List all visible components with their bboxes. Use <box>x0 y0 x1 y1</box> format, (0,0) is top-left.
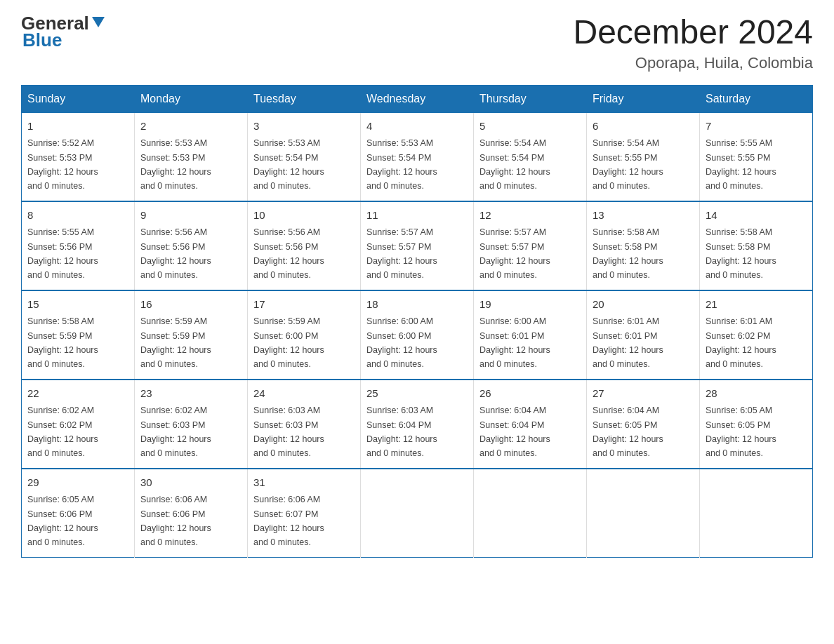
calendar-cell: 18 Sunrise: 6:00 AMSunset: 6:00 PMDaylig… <box>361 290 474 380</box>
day-number: 26 <box>479 386 581 402</box>
calendar-week-4: 22 Sunrise: 6:02 AMSunset: 6:02 PMDaylig… <box>22 380 813 469</box>
day-info: Sunrise: 5:55 AMSunset: 5:56 PMDaylight:… <box>27 227 98 280</box>
calendar-cell <box>587 469 700 558</box>
calendar-week-1: 1 Sunrise: 5:52 AMSunset: 5:53 PMDayligh… <box>22 112 813 201</box>
day-number: 10 <box>253 208 355 224</box>
day-info: Sunrise: 5:58 AMSunset: 5:59 PMDaylight:… <box>27 316 98 369</box>
day-number: 16 <box>140 297 241 313</box>
day-number: 3 <box>253 119 355 135</box>
day-info: Sunrise: 6:01 AMSunset: 6:02 PMDaylight:… <box>706 316 776 369</box>
calendar-cell: 27 Sunrise: 6:04 AMSunset: 6:05 PMDaylig… <box>587 380 700 469</box>
location-title: Oporapa, Huila, Colombia <box>573 54 813 72</box>
calendar-cell: 24 Sunrise: 6:03 AMSunset: 6:03 PMDaylig… <box>248 380 361 469</box>
logo: General Blue <box>21 14 105 49</box>
weekday-header-friday: Friday <box>587 85 700 112</box>
day-info: Sunrise: 5:56 AMSunset: 5:56 PMDaylight:… <box>140 227 211 280</box>
calendar-cell: 22 Sunrise: 6:02 AMSunset: 6:02 PMDaylig… <box>22 380 135 469</box>
day-number: 30 <box>140 475 241 491</box>
day-number: 7 <box>706 119 807 135</box>
weekday-header-wednesday: Wednesday <box>361 85 474 112</box>
day-info: Sunrise: 6:06 AMSunset: 6:07 PMDaylight:… <box>253 495 324 547</box>
calendar-cell: 12 Sunrise: 5:57 AMSunset: 5:57 PMDaylig… <box>474 201 587 290</box>
day-info: Sunrise: 5:55 AMSunset: 5:55 PMDaylight:… <box>706 138 776 191</box>
day-info: Sunrise: 5:53 AMSunset: 5:54 PMDaylight:… <box>366 138 437 191</box>
logo-triangle-icon <box>92 17 105 27</box>
calendar-cell: 13 Sunrise: 5:58 AMSunset: 5:58 PMDaylig… <box>587 201 700 290</box>
day-info: Sunrise: 5:58 AMSunset: 5:58 PMDaylight:… <box>593 227 663 280</box>
day-info: Sunrise: 6:02 AMSunset: 6:02 PMDaylight:… <box>27 405 98 458</box>
day-info: Sunrise: 5:59 AMSunset: 6:00 PMDaylight:… <box>253 316 324 369</box>
calendar-cell: 30 Sunrise: 6:06 AMSunset: 6:06 PMDaylig… <box>135 469 248 558</box>
day-number: 15 <box>27 297 128 313</box>
day-info: Sunrise: 6:03 AMSunset: 6:03 PMDaylight:… <box>253 405 324 458</box>
day-info: Sunrise: 5:54 AMSunset: 5:54 PMDaylight:… <box>479 138 550 191</box>
day-info: Sunrise: 6:04 AMSunset: 6:04 PMDaylight:… <box>479 405 550 458</box>
logo-blue-text: Blue <box>21 31 62 49</box>
day-info: Sunrise: 5:56 AMSunset: 5:56 PMDaylight:… <box>253 227 324 280</box>
day-number: 27 <box>593 386 694 402</box>
calendar-cell: 14 Sunrise: 5:58 AMSunset: 5:58 PMDaylig… <box>700 201 813 290</box>
day-info: Sunrise: 5:53 AMSunset: 5:54 PMDaylight:… <box>253 138 324 191</box>
day-info: Sunrise: 6:05 AMSunset: 6:05 PMDaylight:… <box>706 405 776 458</box>
calendar-cell: 16 Sunrise: 5:59 AMSunset: 5:59 PMDaylig… <box>135 290 248 380</box>
day-info: Sunrise: 5:59 AMSunset: 5:59 PMDaylight:… <box>140 316 211 369</box>
day-number: 19 <box>479 297 581 313</box>
weekday-header-tuesday: Tuesday <box>248 85 361 112</box>
calendar-cell: 4 Sunrise: 5:53 AMSunset: 5:54 PMDayligh… <box>361 112 474 201</box>
calendar-cell: 23 Sunrise: 6:02 AMSunset: 6:03 PMDaylig… <box>135 380 248 469</box>
calendar-cell: 3 Sunrise: 5:53 AMSunset: 5:54 PMDayligh… <box>248 112 361 201</box>
calendar-cell: 21 Sunrise: 6:01 AMSunset: 6:02 PMDaylig… <box>700 290 813 380</box>
calendar-week-2: 8 Sunrise: 5:55 AMSunset: 5:56 PMDayligh… <box>22 201 813 290</box>
calendar-cell: 15 Sunrise: 5:58 AMSunset: 5:59 PMDaylig… <box>22 290 135 380</box>
day-number: 2 <box>140 119 241 135</box>
day-number: 14 <box>706 208 807 224</box>
day-info: Sunrise: 5:53 AMSunset: 5:53 PMDaylight:… <box>140 138 211 191</box>
calendar-cell <box>700 469 813 558</box>
calendar-cell <box>474 469 587 558</box>
day-number: 23 <box>140 386 241 402</box>
weekday-header-saturday: Saturday <box>700 85 813 112</box>
day-number: 11 <box>366 208 468 224</box>
day-info: Sunrise: 6:01 AMSunset: 6:01 PMDaylight:… <box>593 316 663 369</box>
day-info: Sunrise: 6:05 AMSunset: 6:06 PMDaylight:… <box>27 495 98 547</box>
calendar-cell: 17 Sunrise: 5:59 AMSunset: 6:00 PMDaylig… <box>248 290 361 380</box>
day-number: 5 <box>479 119 581 135</box>
title-area: December 2024 Oporapa, Huila, Colombia <box>573 14 813 72</box>
calendar-cell: 31 Sunrise: 6:06 AMSunset: 6:07 PMDaylig… <box>248 469 361 558</box>
day-number: 22 <box>27 386 128 402</box>
day-info: Sunrise: 5:52 AMSunset: 5:53 PMDaylight:… <box>27 138 98 191</box>
day-number: 24 <box>253 386 355 402</box>
day-number: 12 <box>479 208 581 224</box>
day-number: 1 <box>27 119 128 135</box>
day-info: Sunrise: 6:04 AMSunset: 6:05 PMDaylight:… <box>593 405 663 458</box>
day-info: Sunrise: 6:02 AMSunset: 6:03 PMDaylight:… <box>140 405 211 458</box>
calendar-cell: 28 Sunrise: 6:05 AMSunset: 6:05 PMDaylig… <box>700 380 813 469</box>
day-number: 20 <box>593 297 694 313</box>
calendar-week-5: 29 Sunrise: 6:05 AMSunset: 6:06 PMDaylig… <box>22 469 813 558</box>
calendar-cell: 9 Sunrise: 5:56 AMSunset: 5:56 PMDayligh… <box>135 201 248 290</box>
calendar-cell: 10 Sunrise: 5:56 AMSunset: 5:56 PMDaylig… <box>248 201 361 290</box>
day-number: 29 <box>27 475 128 491</box>
day-number: 25 <box>366 386 468 402</box>
day-info: Sunrise: 6:03 AMSunset: 6:04 PMDaylight:… <box>366 405 437 458</box>
day-number: 9 <box>140 208 241 224</box>
calendar-cell: 25 Sunrise: 6:03 AMSunset: 6:04 PMDaylig… <box>361 380 474 469</box>
calendar-week-3: 15 Sunrise: 5:58 AMSunset: 5:59 PMDaylig… <box>22 290 813 380</box>
calendar-cell <box>361 469 474 558</box>
weekday-header-monday: Monday <box>135 85 248 112</box>
day-info: Sunrise: 5:58 AMSunset: 5:58 PMDaylight:… <box>706 227 776 280</box>
calendar-cell: 6 Sunrise: 5:54 AMSunset: 5:55 PMDayligh… <box>587 112 700 201</box>
day-number: 8 <box>27 208 128 224</box>
day-number: 6 <box>593 119 694 135</box>
calendar-cell: 11 Sunrise: 5:57 AMSunset: 5:57 PMDaylig… <box>361 201 474 290</box>
day-number: 4 <box>366 119 468 135</box>
day-info: Sunrise: 6:00 AMSunset: 6:00 PMDaylight:… <box>366 316 437 369</box>
day-number: 13 <box>593 208 694 224</box>
day-number: 28 <box>706 386 807 402</box>
calendar-cell: 8 Sunrise: 5:55 AMSunset: 5:56 PMDayligh… <box>22 201 135 290</box>
page-header: General Blue December 2024 Oporapa, Huil… <box>21 14 813 72</box>
day-info: Sunrise: 5:57 AMSunset: 5:57 PMDaylight:… <box>479 227 550 280</box>
day-info: Sunrise: 6:06 AMSunset: 6:06 PMDaylight:… <box>140 495 211 547</box>
calendar-cell: 26 Sunrise: 6:04 AMSunset: 6:04 PMDaylig… <box>474 380 587 469</box>
calendar-cell: 20 Sunrise: 6:01 AMSunset: 6:01 PMDaylig… <box>587 290 700 380</box>
